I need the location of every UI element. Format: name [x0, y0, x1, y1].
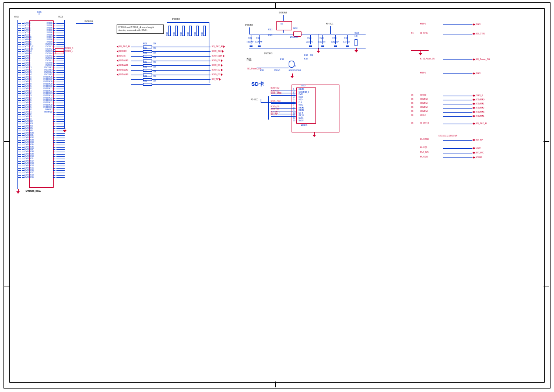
- offpage-label-left: SDDATA1: [420, 103, 427, 104]
- sd-net-label: SDIO_CMD: [270, 93, 282, 95]
- sd-pin-name: GND2: [299, 120, 303, 122]
- offpage-arrow: SD_Power_ON: [472, 58, 490, 61]
- cap-val: 100p RF: [247, 41, 254, 43]
- gnd-ctrl: [290, 74, 294, 78]
- offpage-label-left: RF-V1Q1: [420, 147, 427, 149]
- cap-ref: C204: [248, 38, 252, 40]
- pwr-rail-out: PO_VCC: [326, 23, 333, 25]
- v101-part: HG3CK5321EB: [289, 70, 301, 72]
- series-resistor-ref: R625: [143, 48, 147, 50]
- u4-box: [276, 21, 292, 30]
- pwr-rail-in2: DVDD3V3: [279, 12, 287, 14]
- offpage-label-left: SDDATA3: [420, 111, 427, 113]
- series-resistor-ref: R638: [143, 76, 147, 78]
- offpage-arrow: IODATA4: [472, 115, 485, 117]
- sd-vcc-label: PO_VCC: [251, 99, 258, 101]
- page-ref: 13: [411, 94, 413, 96]
- sd-pin-num: 7: [293, 104, 294, 106]
- ic-left-rail-label: VCC6: [14, 16, 19, 18]
- cap-ref: C596: [307, 38, 311, 40]
- offpage-arrow: SD_DET_M: [472, 123, 488, 125]
- r145: R145: [268, 35, 272, 37]
- sd-conn-part: AE3415: [301, 125, 307, 127]
- series-resistor-val: 27R: [153, 57, 156, 59]
- series-resistor-ref: R624: [143, 43, 147, 45]
- vcc3v3-l-net: VCC3V3_L: [64, 51, 73, 52]
- pullup-ref: R646: [167, 32, 169, 36]
- offpage-net-right: SDIO_D0: [211, 60, 223, 62]
- offpage-net-left: SDDATA1: [117, 64, 129, 66]
- gnd-standalone: [419, 51, 422, 55]
- r146: R146: [280, 59, 284, 61]
- cap-val: 0.1u/16V: [318, 41, 325, 43]
- page-ref: 13: [411, 115, 413, 117]
- offpage-label-left: SDDATA0: [420, 99, 427, 100]
- r143: R143: [355, 33, 359, 34]
- sd-conn-ref: XS10: [301, 85, 305, 87]
- r142-val: 10K: [310, 55, 313, 57]
- series-resistor-ref: R639: [143, 80, 147, 82]
- series-resistor-val: 27R: [153, 80, 156, 82]
- sd-pin-name: DATA1: [299, 110, 304, 111]
- offpage-net-right: SD_DET_M: [211, 46, 225, 48]
- pullup-ref: R641: [174, 32, 176, 36]
- offpage-arrow: SV_SVC: [472, 152, 485, 154]
- page-ref: 13: [411, 107, 413, 108]
- dvdd3v3-label-ic: DVDD3V3: [85, 21, 93, 23]
- sd-card-title: SD卡: [251, 82, 264, 87]
- sd-pin-name: VSS2: [299, 104, 303, 106]
- ic-right-rail-label: VCC6: [58, 16, 63, 18]
- offpage-label-left: HREF1: [420, 23, 426, 25]
- series-resistor-val: 27R: [153, 76, 156, 78]
- offpage-label-left: RF-V1C080: [420, 139, 429, 141]
- offpage-label-left: SD_CTRL: [420, 33, 428, 34]
- r141: R141: [268, 29, 272, 31]
- gnd-symbol-ic-left: [16, 189, 20, 194]
- offpage-arrow: IODATA3: [472, 111, 485, 113]
- page-ref: 13: [411, 111, 413, 113]
- series-resistor-val: 27R: [153, 66, 156, 68]
- cap-ref: C780: [332, 38, 336, 40]
- offpage-label-left: SDDATA2: [420, 107, 427, 108]
- transistor-symbol: [289, 61, 294, 68]
- gnd-symbol-ic-right: [63, 128, 66, 132]
- schematic-sheet: U35 4 MT8505_BGA VCC6 VCC6 1VCC6K1VCC6K1…: [0, 0, 554, 392]
- series-resistor-ref: R637: [143, 71, 147, 73]
- series-resistor-val: 27R: [153, 48, 156, 50]
- sd-net-label: SDIO_D1: [270, 108, 280, 111]
- cap-val: 0.1uF RF: [255, 41, 262, 43]
- offpage-net-right: SDIO_CLK: [211, 50, 224, 52]
- sheet-inner-border: [9, 8, 545, 383]
- ic-main-ref: MT8505_BGA: [26, 190, 41, 192]
- pullup-ref: R642: [181, 32, 183, 36]
- cap-ref: C781: [256, 38, 260, 40]
- sd-pin-num: 13: [293, 120, 295, 122]
- rail-ctrl: DVDD3V3: [264, 53, 272, 55]
- sd-pin-name: WP_N: [299, 115, 304, 117]
- sd-pin-name: VDD: [299, 99, 302, 101]
- gnd-r143: [355, 48, 358, 52]
- series-resistor: [143, 83, 152, 86]
- series-resistor-val: 27R: [153, 43, 156, 45]
- offpage-label-left: SDCMD: [420, 94, 426, 96]
- offpage-net-right: SDIO_DAB: [211, 55, 225, 57]
- page-ref: 13: [411, 123, 413, 124]
- r142: R142: [304, 55, 308, 57]
- sd-pin-name: CMD: [299, 94, 303, 96]
- layout-note: CTRL0 and CTRL0_A trace length shorter, …: [117, 24, 164, 34]
- offpage-arrow: IODATA1: [472, 103, 485, 105]
- page-ref: 13: [411, 103, 413, 104]
- cap-ref: C900: [320, 38, 324, 40]
- page-ref: 13: [411, 99, 413, 100]
- offpage-arrow: IODATA2: [472, 107, 485, 109]
- series-resistor-val: 27R: [153, 52, 156, 54]
- offpage-net-right: SDIO_D3: [211, 74, 223, 76]
- offpage-label-left: RF-V_SVC: [420, 152, 429, 153]
- offpage-net-left: SDDATA3: [117, 74, 129, 76]
- sd-net-label: SDIO_D2: [270, 88, 280, 90]
- gnd-sd: [313, 132, 316, 137]
- ic-main-inner-sub: 4: [38, 13, 40, 15]
- offpage-arrow: GND: [472, 23, 481, 26]
- sd-net-label: SD_WP: [270, 114, 278, 116]
- offpage-arrow: SD_CTRL: [472, 33, 486, 35]
